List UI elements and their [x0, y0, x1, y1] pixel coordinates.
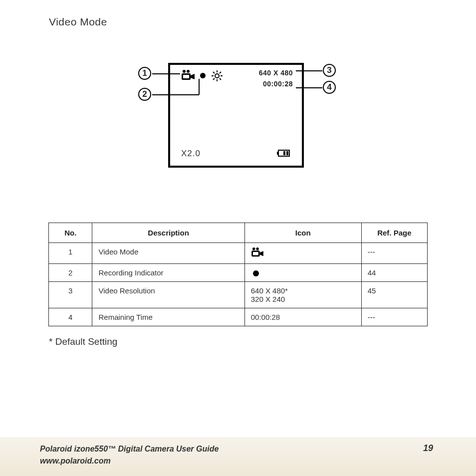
svg-point-4: [215, 74, 219, 78]
cell-icon: [244, 264, 361, 282]
cell-desc: Recording Indicator: [92, 264, 244, 282]
resolution-text: 640 X 480: [259, 69, 293, 77]
recording-dot-icon: [200, 73, 206, 78]
svg-point-17: [252, 247, 255, 250]
svg-point-0: [183, 70, 186, 73]
cell-ref: 45: [361, 282, 427, 308]
svg-rect-14: [277, 152, 278, 155]
battery-icon: [277, 150, 291, 159]
zoom-text: X2.0: [181, 149, 201, 159]
svg-rect-3: [183, 75, 189, 78]
table-row: 4Remaining Time00:00:28---: [49, 308, 428, 326]
svg-line-10: [220, 78, 221, 80]
page-title: Video Mode: [49, 16, 448, 28]
cell-icon: [244, 243, 361, 264]
table-row: 1Video Mode---: [49, 243, 428, 264]
leader-line: [152, 73, 180, 74]
video-mode-icon: [181, 70, 195, 83]
leader-line: [296, 87, 322, 88]
svg-line-11: [213, 78, 215, 80]
table-row: 3Video Resolution640 X 480* 320 X 24045: [49, 282, 428, 308]
callout-1: 1: [138, 67, 151, 80]
reference-table: No. Description Icon Ref. Page 1Video Mo…: [48, 223, 428, 326]
svg-rect-20: [253, 252, 258, 255]
cell-ref: 44: [361, 264, 427, 282]
leader-line: [152, 94, 199, 95]
cell-ref: ---: [361, 243, 427, 264]
table-header-no: No.: [49, 223, 92, 243]
cell-no: 2: [49, 264, 92, 282]
callout-3: 3: [323, 64, 336, 77]
svg-line-9: [213, 72, 215, 73]
cell-icon: 00:00:28: [244, 308, 361, 326]
cell-icon: 640 X 480* 320 X 240: [244, 282, 361, 308]
footnote: * Default Setting: [49, 336, 448, 347]
leader-line: [199, 79, 200, 95]
cell-ref: ---: [361, 308, 427, 326]
footer-guide-title: Polaroid izone550™ Digital Camera User G…: [40, 443, 219, 455]
callout-4: 4: [323, 81, 336, 94]
table-header-ref: Ref. Page: [361, 223, 427, 243]
page-number: 19: [423, 443, 433, 454]
table-header-icon: Icon: [244, 223, 361, 243]
callout-2: 2: [138, 88, 151, 101]
cell-no: 1: [49, 243, 92, 264]
svg-point-18: [256, 247, 258, 250]
table-header-desc: Description: [92, 223, 244, 243]
svg-rect-15: [283, 151, 285, 155]
page-footer: Polaroid izone550™ Digital Camera User G…: [0, 437, 476, 476]
cell-desc: Video Mode: [92, 243, 244, 264]
lcd-screen: 640 X 480 00:00:28 X2.0: [168, 63, 304, 168]
svg-rect-16: [286, 151, 288, 155]
svg-line-12: [220, 72, 221, 73]
cell-desc: Remaining Time: [92, 308, 244, 326]
footer-url: www.polaroid.com: [40, 455, 219, 467]
brightness-icon: [211, 70, 223, 84]
cell-no: 4: [49, 308, 92, 326]
lcd-diagram: 640 X 480 00:00:28 X2.0 1 2 3 4: [63, 63, 413, 193]
cell-no: 3: [49, 282, 92, 308]
cell-desc: Video Resolution: [92, 282, 244, 308]
video-mode-icon: [251, 247, 264, 259]
recording-dot-icon: [253, 270, 259, 276]
table-row: 2Recording Indicator44: [49, 264, 428, 282]
svg-point-1: [187, 70, 190, 73]
leader-line: [296, 70, 322, 71]
remaining-time-text: 00:00:28: [263, 80, 293, 88]
